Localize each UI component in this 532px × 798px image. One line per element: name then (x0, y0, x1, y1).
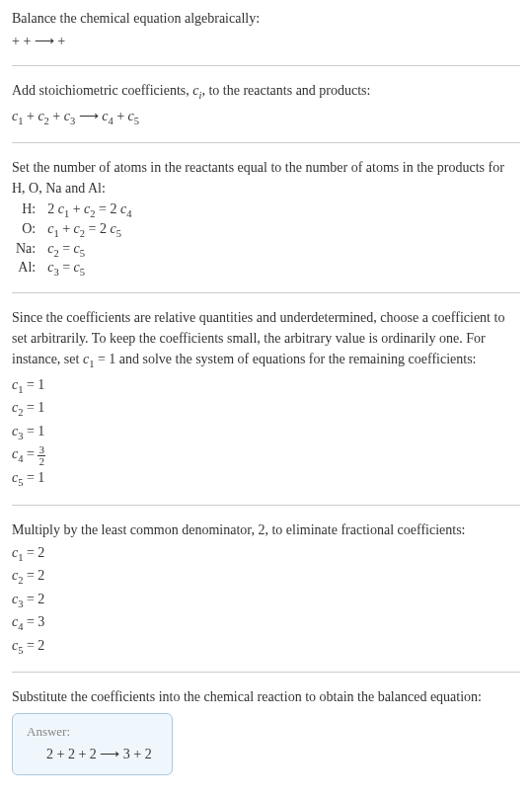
coef-item: c4 = 3 (12, 611, 520, 635)
coef-list: c1 = 2 c2 = 2 c3 = 2 c4 = 3 c5 = 2 (12, 542, 520, 659)
step-lcd: Multiply by the least common denominator… (12, 519, 520, 659)
table-row: H: 2 c1 + c2 = 2 c4 (12, 200, 135, 220)
divider (12, 672, 520, 673)
atom-label: O: (12, 220, 43, 240)
coef-list: c1 = 1 c2 = 1 c3 = 1 c4 = 32 c5 = 1 (12, 374, 520, 491)
step-solve: Since the coefficients are relative quan… (12, 307, 520, 490)
step-atoms: Set the number of atoms in the reactants… (12, 157, 520, 279)
divider (12, 505, 520, 506)
step6-title: Substitute the coefficients into the che… (12, 686, 520, 707)
table-row: Al: c3 = c5 (12, 259, 135, 279)
table-row: Na: c2 = c5 (12, 240, 135, 260)
answer-equation: 2 + 2 + 2 ⟶ 3 + 2 (27, 746, 152, 762)
coef-item: c2 = 1 (12, 397, 520, 421)
coef-item: c3 = 2 (12, 589, 520, 612)
coef-item: c3 = 1 (12, 421, 520, 444)
step2-title: Add stoichiometric coefficients, ci, to … (12, 80, 520, 104)
coef-item: c1 = 1 (12, 374, 520, 398)
divider (12, 142, 520, 143)
divider (12, 292, 520, 293)
atom-label: H: (12, 200, 43, 220)
step5-title: Multiply by the least common denominator… (12, 519, 520, 540)
step-substitute: Substitute the coefficients into the che… (12, 686, 520, 775)
atom-eq: 2 c1 + c2 = 2 c4 (43, 200, 135, 220)
answer-box: Answer: 2 + 2 + 2 ⟶ 3 + 2 (12, 713, 173, 775)
coef-item: c4 = 32 (12, 443, 520, 467)
coef-item: c5 = 1 (12, 467, 520, 491)
step3-title: Set the number of atoms in the reactants… (12, 157, 520, 199)
atom-label: Al: (12, 259, 43, 279)
table-row: O: c1 + c2 = 2 c5 (12, 220, 135, 240)
step1-title: Balance the chemical equation algebraica… (12, 8, 520, 29)
atom-equations-table: H: 2 c1 + c2 = 2 c4 O: c1 + c2 = 2 c5 Na… (12, 200, 135, 279)
coef-item: c2 = 2 (12, 565, 520, 589)
step1-equation: + + ⟶ + (12, 31, 520, 51)
coef-item: c1 = 2 (12, 542, 520, 566)
step-stoich: Add stoichiometric coefficients, ci, to … (12, 80, 520, 128)
atom-eq: c3 = c5 (43, 259, 135, 279)
atom-eq: c1 + c2 = 2 c5 (43, 220, 135, 240)
atom-eq: c2 = c5 (43, 240, 135, 260)
coef-item: c5 = 2 (12, 635, 520, 659)
step-balance-title: Balance the chemical equation algebraica… (12, 8, 520, 51)
divider (12, 65, 520, 66)
answer-label: Answer: (27, 724, 152, 740)
step2-equation: c1 + c2 + c3 ⟶ c4 + c5 (12, 106, 520, 129)
atom-label: Na: (12, 240, 43, 260)
step4-title: Since the coefficients are relative quan… (12, 307, 520, 372)
